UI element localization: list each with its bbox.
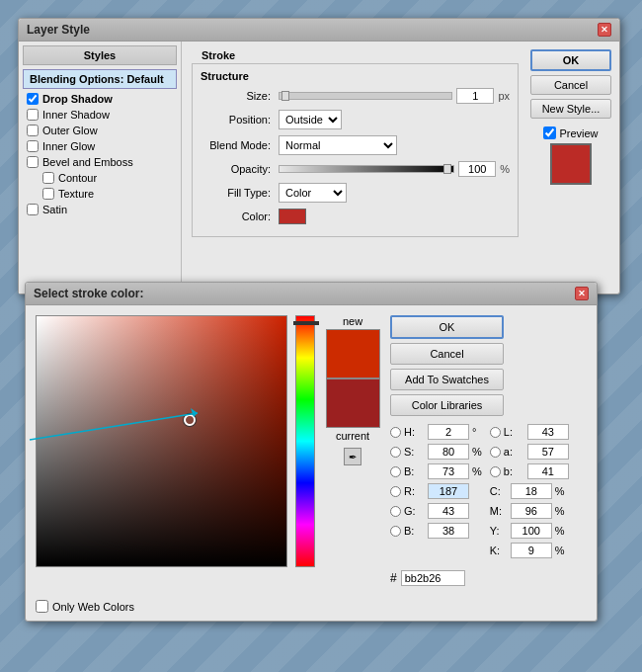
b-radio[interactable] (390, 466, 401, 477)
fill-type-select[interactable]: Color Gradient Pattern (279, 183, 347, 203)
b3-radio-label[interactable]: b: (490, 465, 524, 477)
k-label: K: (490, 545, 508, 556)
s-input[interactable] (428, 444, 469, 460)
hue-slider[interactable] (295, 315, 315, 567)
style-item-texture[interactable]: Texture (23, 186, 177, 202)
a-radio-label[interactable]: a: (490, 446, 524, 458)
color-gradient-square[interactable] (36, 315, 287, 567)
blend-mode-select[interactable]: Normal (279, 135, 397, 155)
inner-shadow-label: Inner Shadow (42, 109, 110, 121)
r-radio[interactable] (390, 486, 401, 497)
k-row: K: % (490, 543, 569, 558)
preview-checkbox[interactable] (543, 126, 556, 139)
k-input[interactable] (511, 543, 552, 558)
new-current-area: new current ✒ (323, 315, 382, 586)
color-libraries-button[interactable]: Color Libraries (390, 394, 504, 416)
g-input[interactable] (428, 503, 469, 519)
blending-options-item[interactable]: Blending Options: Default (23, 69, 177, 89)
cancel-button[interactable]: Cancel (530, 75, 611, 95)
b3-row: b: (490, 463, 569, 479)
y-row: Y: % (490, 523, 569, 539)
texture-checkbox[interactable] (42, 188, 54, 200)
a-radio[interactable] (490, 447, 501, 458)
b3-radio[interactable] (490, 466, 501, 477)
b-input[interactable] (428, 463, 469, 479)
m-input[interactable] (511, 503, 552, 519)
eyedropper-button[interactable]: ✒ (344, 448, 361, 465)
contour-label: Contour (58, 172, 97, 184)
color-ok-button[interactable]: OK (390, 315, 504, 339)
l-input[interactable] (527, 424, 569, 440)
h-radio-label[interactable]: H: (390, 426, 425, 438)
style-item-drop-shadow[interactable]: Drop Shadow (23, 91, 177, 107)
style-item-outer-glow[interactable]: Outer Glow (23, 123, 177, 138)
a-input[interactable] (527, 444, 569, 460)
bevel-emboss-checkbox[interactable] (27, 156, 39, 168)
satin-checkbox[interactable] (27, 204, 39, 215)
s-radio-label[interactable]: S: (390, 446, 425, 458)
style-item-inner-shadow[interactable]: Inner Shadow (23, 107, 177, 123)
y-input[interactable] (511, 523, 552, 539)
drop-shadow-checkbox[interactable] (27, 93, 39, 105)
position-label: Position: (201, 114, 275, 126)
contour-checkbox[interactable] (42, 172, 54, 184)
b2-input[interactable] (428, 523, 469, 539)
c-input[interactable] (511, 483, 552, 499)
stroke-color-swatch[interactable] (279, 209, 306, 224)
add-to-swatches-button[interactable]: Add To Swatches (390, 369, 504, 390)
inner-glow-checkbox[interactable] (27, 140, 39, 152)
b3-input[interactable] (527, 463, 569, 479)
size-unit: px (498, 90, 510, 102)
s-row: S: % (390, 444, 482, 460)
a-row: a: (490, 444, 569, 460)
g-radio[interactable] (390, 506, 401, 517)
hex-input[interactable] (401, 570, 465, 586)
b2-row: B: (390, 523, 482, 539)
color-row: Color: (201, 209, 510, 224)
style-item-bevel-emboss[interactable]: Bevel and Emboss (23, 154, 177, 170)
opacity-input[interactable] (458, 161, 496, 177)
new-style-button[interactable]: New Style... (530, 99, 611, 119)
h-input[interactable] (428, 424, 469, 440)
hex-label: # (390, 571, 397, 585)
ok-button[interactable]: OK (530, 49, 611, 71)
l-row: L: (490, 424, 569, 440)
color-cancel-button[interactable]: Cancel (390, 343, 504, 365)
preview-checkbox-row[interactable]: Preview (543, 126, 598, 139)
structure-section: Structure Size: px Position: (192, 63, 519, 237)
inner-glow-label: Inner Glow (42, 140, 95, 152)
hue-gradient (296, 316, 314, 566)
style-item-satin[interactable]: Satin (23, 202, 177, 217)
layer-style-close-button[interactable]: ✕ (598, 23, 611, 37)
outer-glow-checkbox[interactable] (27, 125, 39, 136)
only-web-colors-checkbox[interactable] (36, 600, 48, 613)
l-radio[interactable] (490, 427, 501, 438)
h-radio[interactable] (390, 427, 401, 438)
inner-shadow-checkbox[interactable] (27, 109, 39, 121)
color-picker-body: new current ✒ OK Cancel Add To Swatches … (26, 305, 597, 596)
size-input[interactable] (456, 88, 494, 104)
l-label: L: (504, 426, 513, 438)
styles-panel: Styles Blending Options: Default Drop Sh… (19, 42, 182, 294)
b-radio-label[interactable]: B: (390, 465, 425, 477)
s-radio[interactable] (390, 447, 401, 458)
m-unit: % (555, 505, 565, 517)
gradient-field[interactable] (37, 316, 286, 566)
blend-mode-label: Blend Mode: (201, 139, 275, 151)
g-radio-label[interactable]: G: (390, 505, 425, 517)
position-select[interactable]: Outside Inside Center (279, 110, 342, 129)
style-item-contour[interactable]: Contour (23, 170, 177, 186)
color-picker-close-button[interactable]: ✕ (575, 287, 589, 300)
style-item-inner-glow[interactable]: Inner Glow (23, 138, 177, 154)
h-row: H: ° (390, 424, 482, 440)
l-radio-label[interactable]: L: (490, 426, 524, 438)
current-label: current (336, 430, 369, 442)
outer-glow-label: Outer Glow (42, 125, 98, 136)
r-input[interactable] (428, 483, 469, 499)
opacity-row: Opacity: % (201, 161, 510, 177)
r-radio-label[interactable]: R: (390, 485, 425, 497)
b2-radio[interactable] (390, 526, 401, 537)
stroke-panel: Stroke Structure Size: px (192, 49, 519, 237)
b2-radio-label[interactable]: B: (390, 525, 425, 537)
m-row: M: % (490, 503, 569, 519)
